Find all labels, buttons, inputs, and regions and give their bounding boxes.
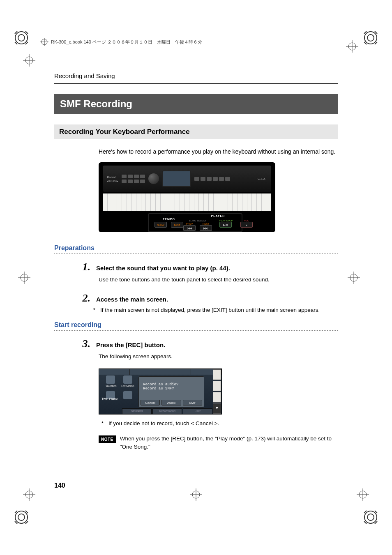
svg-point-0 [15, 32, 28, 44]
breadcrumb-rule [54, 83, 338, 84]
prev-button-icon: |◀◀ [183, 225, 196, 231]
printer-mark-br [363, 510, 378, 525]
down-arrow-icon: ▼ [213, 403, 221, 414]
brand-logo: Roland [107, 175, 118, 179]
ext-memo-label: Ext Memo [121, 385, 134, 387]
step-3-body: The following screen appears. [99, 352, 338, 361]
product-logo: VEGA [258, 177, 265, 180]
svg-point-4 [15, 511, 28, 523]
registration-mark [23, 54, 35, 67]
playstop-button-icon: ▶/■ [219, 222, 232, 228]
registration-mark [357, 488, 369, 501]
section-title-bar: SMF Recording [54, 94, 338, 114]
tab-user: User [183, 408, 212, 414]
dialog-line-2: Record as SMF? [143, 387, 200, 391]
twin-piano-label: Twin Piano [101, 397, 118, 401]
subsection-title-bar: Recording Your Keyboard Performance [54, 124, 338, 139]
heading-preparations: Preparations [54, 244, 338, 252]
svg-point-1 [18, 35, 25, 41]
favorites-label: Favorites [105, 385, 117, 387]
piano-keys-icon [103, 193, 271, 211]
step-2-title: Access the main screen. [96, 296, 168, 303]
player-label: PLAYER [183, 214, 253, 217]
knob-icon [148, 173, 159, 184]
fast-button-icon: FAST [171, 222, 183, 228]
svg-point-2 [364, 32, 377, 44]
dialog-line-1: Record as audio? [143, 382, 200, 387]
next-button-icon: ▶▶| [200, 225, 212, 231]
record-dialog: Record as audio? Record as SMF? Cancel A… [138, 376, 204, 408]
step-2-note: If the main screen is not displayed, pre… [100, 307, 320, 313]
printer-mark-tr [363, 30, 378, 45]
printer-mark-bl [14, 510, 29, 525]
registration-mark [18, 272, 30, 284]
step-1-title: Select the sound that you want to play (… [96, 265, 230, 272]
playstop-label: PLAY/STOP [219, 219, 233, 222]
step-1-body: Use the tone buttons and the touch panel… [99, 276, 338, 284]
svg-point-7 [367, 514, 374, 520]
heading-start-recording: Start recording [54, 321, 338, 329]
step-number-3: 3. [54, 338, 90, 350]
registration-mark [348, 272, 360, 284]
svg-point-5 [18, 514, 25, 520]
step-3-note: If you decide not to record, touch < Can… [108, 420, 219, 426]
step-number-2: 2. [54, 292, 90, 304]
intro-text: Here's how to record a performance you p… [99, 148, 338, 155]
step-3-title: Press the [REC] button. [96, 341, 165, 348]
note-body: When you press the [REC] button, the "Pl… [120, 435, 338, 451]
dotted-rule [54, 253, 338, 254]
lcd-screen-icon [162, 170, 191, 187]
step-number-1: 1. [54, 261, 90, 273]
page-number: 140 [54, 482, 65, 489]
registration-mark [190, 488, 202, 501]
svg-point-3 [367, 35, 374, 41]
breadcrumb: Recording and Saving [54, 72, 338, 79]
model-text: ■RK-300■ [107, 180, 118, 182]
registration-mark [346, 40, 358, 53]
header-meta-text: RK-300_e.book 140 ページ ２００８年９月１０日 水曜日 午後４… [51, 39, 202, 45]
screen-figure: Favorites Ext Memo Twin Piano Record as … [99, 368, 222, 415]
rec-button-icon: ● [240, 222, 253, 228]
printer-mark-tl [14, 30, 29, 45]
control-extension: TEMPO SLOW FAST PLAYER SONG SELECT PRE [148, 213, 242, 232]
registration-mark [23, 488, 35, 501]
asterisk: * [90, 307, 95, 313]
slow-button-icon: SLOW [154, 222, 167, 228]
asterisk: * [99, 420, 104, 426]
tempo-label: TEMPO [154, 218, 183, 221]
keyboard-figure: Roland ■RK-300■ VEGA [99, 162, 338, 232]
dotted-rule [54, 330, 338, 331]
header-meta: RK-300_e.book 140 ページ ２００８年９月１０日 水曜日 午後４… [40, 38, 202, 46]
note-badge: NOTE [99, 435, 116, 443]
tab-recommend: Recommend [152, 408, 182, 414]
dialog-smf-button: SMF [183, 400, 202, 405]
svg-point-6 [364, 511, 377, 523]
dialog-audio-button: Audio [161, 400, 181, 405]
dialog-cancel-button: Cancel [141, 400, 160, 405]
tab-standard: Standard [122, 408, 152, 414]
